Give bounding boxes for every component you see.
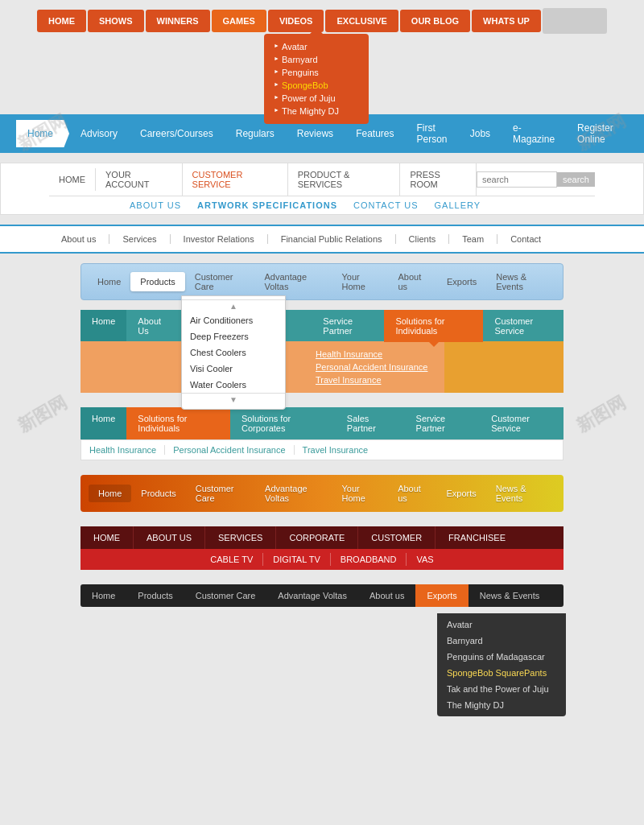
nav5-deepfreezers[interactable]: Deep Freezers	[182, 328, 285, 344]
nav1-home[interactable]: HOME	[37, 10, 86, 32]
nav7-travel[interactable]: Travel Insurance	[303, 445, 377, 455]
nav5-newsevents[interactable]: News & Events	[486, 267, 556, 296]
nav10-advantagevoltas[interactable]: Advantage Voltas	[266, 584, 358, 607]
nav3-search-button[interactable]: search	[557, 172, 595, 187]
nav2-regulars[interactable]: Regulars	[225, 120, 286, 147]
nav5-scroll-down[interactable]: ▼	[182, 393, 285, 406]
nav7-servicepartner[interactable]: Service Partner	[405, 407, 481, 439]
nav9-services[interactable]: SERVICES	[205, 526, 276, 549]
nav8-customercare[interactable]: Customer Care	[186, 480, 255, 507]
nav10-products[interactable]: Products	[126, 584, 184, 607]
nav6-customerservice[interactable]: Customer Service	[483, 310, 564, 342]
nav2-firstperson[interactable]: First Person	[405, 114, 458, 153]
nav9-broadband[interactable]: BROADBAND	[331, 553, 407, 566]
nav2-home[interactable]: Home	[16, 120, 69, 147]
game-penguins[interactable]: Penguins	[274, 66, 359, 79]
nav7-health[interactable]: Health Insurance	[89, 445, 165, 455]
nav7-customerservice[interactable]: Customer Service	[480, 407, 564, 439]
nav10-aboutus[interactable]: About us	[358, 584, 415, 607]
nav7-accident[interactable]: Personal Accident Insurance	[173, 445, 294, 455]
nav6-solutions[interactable]: Solutions for Individuals	[384, 310, 483, 342]
nav8-exports[interactable]: Exports	[436, 485, 485, 502]
nav9-home[interactable]: HOME	[80, 526, 134, 549]
nav4-services[interactable]: Services	[109, 226, 169, 252]
nav3-productservices[interactable]: PRODUCT & SERVICES	[288, 163, 401, 196]
nav1-games[interactable]: GAMES	[212, 10, 266, 32]
nav4-team[interactable]: Team	[449, 226, 497, 252]
nav2-emagazine[interactable]: e-Magazine	[502, 114, 566, 153]
nav10-spongebob[interactable]: SpongeBob SquarePants	[437, 665, 566, 681]
nav10-exports[interactable]: Exports	[415, 584, 468, 607]
nav10-customercare[interactable]: Customer Care	[184, 584, 267, 607]
nav4-contact[interactable]: Contact	[497, 226, 554, 252]
nav6-health[interactable]: Health Insurance	[316, 348, 435, 361]
nav5-home[interactable]: Home	[88, 272, 130, 291]
nav3-search-input[interactable]	[477, 171, 557, 188]
nav4-aboutus[interactable]: About us	[48, 226, 109, 252]
nav6-accident[interactable]: Personal Accident Insurance	[316, 361, 435, 373]
nav8-yourhome[interactable]: Your Home	[332, 480, 389, 507]
nav9-customer[interactable]: CUSTOMER	[358, 526, 436, 549]
nav8-advantagevoltas[interactable]: Advantage Voltas	[255, 480, 332, 507]
nav4-clients[interactable]: Clients	[396, 226, 449, 252]
nav6-travel[interactable]: Travel Insurance	[316, 373, 435, 386]
nav9-aboutus[interactable]: ABOUT US	[134, 526, 205, 549]
nav8-aboutus[interactable]: About us	[388, 480, 436, 507]
nav2-advisory[interactable]: Advisory	[69, 120, 129, 147]
nav5-products[interactable]: Products	[130, 272, 184, 291]
nav2-careers[interactable]: Careers/Courses	[129, 120, 225, 147]
nav5-watercoolers[interactable]: Water Coolers	[182, 377, 285, 393]
nav9-cabletv[interactable]: CABLE TV	[200, 553, 263, 566]
nav6-servicepartner[interactable]: Service Partner	[312, 310, 384, 342]
nav7-salespartner[interactable]: Sales Partner	[336, 407, 405, 439]
nav5-customercare[interactable]: Customer Care	[185, 267, 255, 296]
nav10-penguins[interactable]: Penguins of Madagascar	[437, 649, 566, 665]
game-powerofjuju[interactable]: Power of Juju	[274, 92, 359, 105]
nav10-avatar[interactable]: Avatar	[437, 617, 566, 633]
nav3-contactus[interactable]: CONTACT US	[353, 200, 419, 210]
nav5-yourhome[interactable]: Your Home	[332, 267, 389, 296]
nav3-artwork[interactable]: ARTWORK SPECIFICATIONS	[197, 200, 337, 210]
nav3-gallery[interactable]: GALLERY	[435, 200, 481, 210]
nav3-home[interactable]: HOME	[49, 168, 96, 191]
nav5-aboutus[interactable]: About us	[388, 267, 437, 296]
game-barnyard[interactable]: Barnyard	[274, 53, 359, 66]
nav5-exports[interactable]: Exports	[437, 272, 486, 291]
nav9-vas[interactable]: VAS	[407, 553, 443, 566]
nav5-chestcoolers[interactable]: Chest Coolers	[182, 344, 285, 361]
nav8-home[interactable]: Home	[89, 485, 131, 502]
game-mightydj[interactable]: The Mighty DJ	[274, 105, 359, 118]
nav8-products[interactable]: Products	[131, 485, 185, 502]
nav8-newsevents[interactable]: News & Events	[486, 480, 555, 507]
nav3-aboutus[interactable]: ABOUT US	[130, 200, 181, 210]
nav10-home[interactable]: Home	[80, 584, 126, 607]
nav2-reviews[interactable]: Reviews	[286, 120, 345, 147]
nav3-customerservice[interactable]: CUSTOMER SERVICE	[183, 163, 288, 196]
nav9-franchisee[interactable]: FRANCHISEE	[436, 526, 518, 549]
game-spongebob[interactable]: SpongeBob	[274, 79, 359, 92]
nav2-jobs[interactable]: Jobs	[459, 120, 502, 147]
nav1-winners[interactable]: WINNERS	[146, 10, 210, 32]
nav1-ourblog[interactable]: OUR BLOG	[400, 10, 470, 32]
nav9-digitaltv[interactable]: DIGITAL TV	[263, 553, 330, 566]
nav6-aboutus[interactable]: About Us	[126, 310, 179, 342]
nav4-investor[interactable]: Investor Relations	[171, 226, 267, 252]
nav2-features[interactable]: Features	[345, 120, 405, 147]
nav10-tak[interactable]: Tak and the Power of Juju	[437, 681, 566, 697]
nav9-corporate[interactable]: CORPORATE	[276, 526, 358, 549]
nav7-corporates[interactable]: Solutions for Corporates	[230, 407, 336, 439]
nav7-home[interactable]: Home	[80, 407, 126, 439]
nav7-solutions[interactable]: Solutions for Individuals	[126, 407, 230, 439]
nav5-advantagevoltas[interactable]: Advantage Voltas	[254, 267, 332, 296]
game-avatar[interactable]: Avatar	[274, 40, 359, 53]
nav5-scroll-up[interactable]: ▲	[182, 299, 285, 312]
nav4-financial[interactable]: Financial Public Relations	[268, 226, 395, 252]
nav10-mightydj[interactable]: The Mighty DJ	[437, 697, 566, 713]
nav2-register[interactable]: Register Online	[566, 114, 628, 153]
nav3-pressroom[interactable]: PRESS ROOM	[400, 163, 477, 196]
nav10-barnyard[interactable]: Barnyard	[437, 633, 566, 649]
nav5-visicooler[interactable]: Visi Cooler	[182, 361, 285, 377]
nav10-newsevents[interactable]: News & Events	[469, 584, 551, 607]
nav1-exclusive[interactable]: EXCLUSIVE	[325, 10, 398, 32]
nav3-youraccount[interactable]: YOUR ACCOUNT	[96, 163, 183, 196]
